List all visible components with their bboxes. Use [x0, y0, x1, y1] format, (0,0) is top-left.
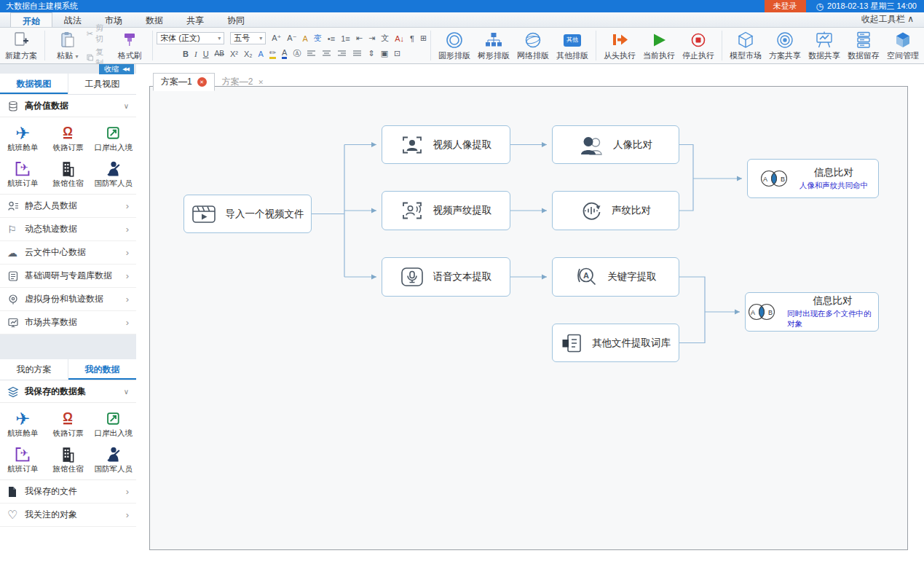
- shrink-font-button[interactable]: A⁻: [287, 34, 296, 43]
- node-import-video[interactable]: 导入一个视频文件: [183, 195, 312, 233]
- menu-tab-collab[interactable]: 协同: [216, 12, 256, 27]
- menu-tab-start[interactable]: 开始: [10, 12, 52, 27]
- font-size-select[interactable]: 五号 ▾: [230, 32, 266, 44]
- run-current-button[interactable]: 当前执行: [639, 31, 679, 60]
- node-info-compare-2[interactable]: AB 信息比对 同时出现在多个文件中的对象: [745, 292, 879, 332]
- microphone-icon: [400, 267, 424, 287]
- node-info-compare-1[interactable]: AB 信息比对 人像和声纹共同命中: [747, 159, 879, 198]
- dataset-rail-ticket[interactable]: Ω 铁路订票: [45, 120, 90, 155]
- collapse-toolbar-button[interactable]: 收起工具栏 ∧: [861, 13, 924, 27]
- other-layout-icon: 其他: [564, 31, 581, 50]
- chevron-right-icon: ›: [126, 200, 129, 211]
- align-center-button[interactable]: [322, 50, 331, 58]
- node-video-face-extract[interactable]: 视频人像提取: [382, 125, 510, 164]
- format-painter-button[interactable]: 格式刷: [111, 31, 149, 60]
- outdent-button[interactable]: ⇤: [356, 34, 363, 43]
- node-speech-text-extract[interactable]: 语音文本提取: [382, 257, 510, 297]
- char-shading-button[interactable]: Ⓐ: [293, 48, 301, 59]
- sort-button[interactable]: A↓: [395, 34, 404, 43]
- dataset-military-personnel[interactable]: 国防军人员: [91, 155, 136, 191]
- node-video-voiceprint-extract[interactable]: 视频声纹提取: [382, 191, 510, 230]
- sidebar-collapse-button[interactable]: 收缩 ◀◀: [99, 64, 134, 74]
- list-item-survey-library[interactable]: 基础调研与专题库数据 ›: [0, 265, 136, 288]
- stop-button[interactable]: 停止执行: [679, 31, 718, 60]
- tab-tool-view[interactable]: 工具视图: [68, 74, 136, 94]
- tab-my-data[interactable]: 我的数据: [68, 359, 136, 380]
- list-item-market-share-data[interactable]: 市场共享数据 ›: [0, 311, 136, 334]
- numbering-button[interactable]: 1≡: [341, 34, 350, 43]
- tree-layout-button[interactable]: 树形排版: [474, 31, 513, 60]
- pilcrow-button[interactable]: ¶: [410, 34, 414, 43]
- line-spacing-button[interactable]: ⇕: [368, 49, 374, 58]
- list-item-saved-files[interactable]: 我保存的文件 ›: [0, 480, 136, 504]
- node-face-compare[interactable]: 人像比对: [552, 125, 679, 164]
- strikethrough-button[interactable]: AB: [215, 50, 224, 58]
- asian-layout-button[interactable]: 文: [381, 33, 389, 44]
- dataset-rail-ticket[interactable]: Ω 铁路订票: [45, 405, 90, 441]
- phonetic-button[interactable]: 变: [314, 33, 322, 44]
- italic-button[interactable]: I: [194, 50, 197, 58]
- login-status-badge[interactable]: 未登录: [765, 0, 806, 12]
- dataset-flight-manifest[interactable]: ✈ 航班舱单: [0, 405, 45, 441]
- node-other-file-lexicon[interactable]: 其他文件提取词库: [552, 324, 679, 362]
- subscript-button[interactable]: X₂: [244, 50, 253, 58]
- node-keyword-extract[interactable]: A 关键字提取: [552, 257, 679, 297]
- close-tab-icon[interactable]: ✕: [258, 79, 264, 86]
- cut-button[interactable]: ✂ 剪切: [87, 23, 111, 44]
- dataset-border-entry-exit[interactable]: 口岸出入境: [91, 405, 136, 441]
- plan-share-button[interactable]: 方案共享: [765, 31, 805, 60]
- list-item-static-person[interactable]: 静态人员数据 ›: [0, 195, 136, 218]
- data-share-button[interactable]: 数据共享: [805, 31, 844, 60]
- dataset-flight-order[interactable]: ✈ 航班订单: [0, 441, 45, 477]
- tab-my-plans[interactable]: 我的方案: [0, 359, 68, 380]
- model-market-button[interactable]: 模型市场: [726, 31, 765, 60]
- plan-tab-1[interactable]: 方案—1 ✕: [153, 73, 215, 91]
- close-tab-icon[interactable]: ✕: [197, 77, 207, 87]
- new-plan-button[interactable]: 新建方案: [1, 31, 41, 60]
- clear-format-button[interactable]: A: [303, 34, 308, 43]
- plan-tab-2[interactable]: 方案—2 ✕: [215, 74, 271, 90]
- high-value-data-header[interactable]: 高价值数据 ∨: [0, 95, 136, 117]
- menu-tab-share[interactable]: 共享: [175, 12, 216, 27]
- node-voiceprint-compare[interactable]: 声纹比对: [552, 191, 679, 230]
- list-item-dynamic-track[interactable]: ⚐ 动态轨迹数据 ›: [0, 218, 136, 241]
- align-left-button[interactable]: [307, 50, 316, 58]
- dataset-flight-manifest[interactable]: ✈ 航班舱单: [0, 120, 45, 155]
- font-family-select[interactable]: 宋体 (正文) ▾: [157, 32, 224, 44]
- bold-button[interactable]: B: [183, 50, 189, 58]
- table-button[interactable]: ⊞: [420, 34, 427, 43]
- survey-doc-icon: [7, 270, 25, 282]
- shading-button[interactable]: ▣: [381, 49, 388, 58]
- dataset-border-entry-exit[interactable]: 口岸出入境: [91, 120, 136, 155]
- list-item-cloud-file[interactable]: ☁ 云文件中心数据 ›: [0, 241, 136, 265]
- paste-button[interactable]: 粘贴 ▾: [49, 31, 87, 60]
- dataset-hotel-stay[interactable]: 旅馆住宿: [45, 441, 90, 477]
- borders-button[interactable]: ⊡: [394, 49, 400, 58]
- align-right-button[interactable]: [337, 50, 347, 58]
- list-item-virtual-identity[interactable]: 虚拟身份和轨迹数据 ›: [0, 288, 136, 311]
- clock-icon: ◷: [816, 1, 824, 12]
- list-item-followed-objects[interactable]: ♡ 我关注的对象 ›: [0, 504, 136, 527]
- run-from-start-button[interactable]: 从头执行: [600, 31, 639, 60]
- dataset-flight-order[interactable]: ✈ 航班订单: [0, 155, 45, 191]
- tab-data-view[interactable]: 数据视图: [0, 74, 68, 94]
- underline-button[interactable]: U: [203, 50, 209, 58]
- justify-button[interactable]: [352, 50, 362, 58]
- highlight-button[interactable]: ✏: [269, 49, 276, 59]
- other-layout-button[interactable]: 其他 其他排版: [553, 31, 592, 60]
- font-color-button[interactable]: A: [282, 49, 287, 59]
- circle-layout-button[interactable]: 圆形排版: [435, 31, 474, 60]
- text-effects-button[interactable]: A: [258, 50, 264, 58]
- dataset-military-personnel[interactable]: 国防军人员: [91, 441, 136, 477]
- space-manage-button[interactable]: 空间管理: [883, 31, 923, 60]
- grow-font-button[interactable]: A⁺: [272, 34, 281, 43]
- dataset-hotel-stay[interactable]: 旅馆住宿: [45, 155, 90, 191]
- bullets-button[interactable]: •≡: [328, 34, 335, 43]
- data-retention-button[interactable]: 数据留存: [844, 31, 883, 60]
- network-layout-button[interactable]: 网络排版: [513, 31, 553, 60]
- menu-tab-data[interactable]: 数据: [134, 12, 175, 27]
- flow-canvas[interactable]: 导入一个视频文件 视频人像提取 视频声纹提取 语音文本提取 人像比对 声纹比对 …: [149, 86, 908, 550]
- indent-button[interactable]: ⇥: [368, 34, 375, 43]
- superscript-button[interactable]: X²: [230, 50, 238, 58]
- saved-datasets-header[interactable]: 我保存的数据集 ∨: [0, 380, 136, 403]
